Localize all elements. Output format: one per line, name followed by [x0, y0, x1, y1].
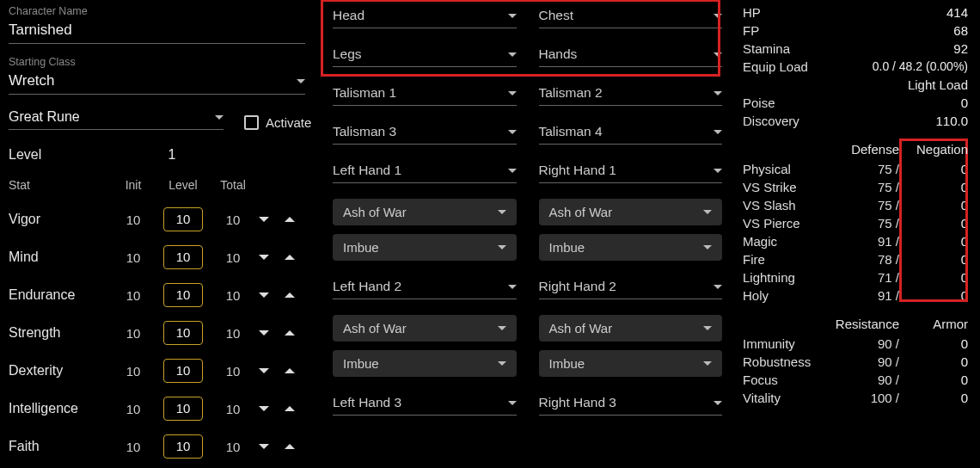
great-rune-select[interactable]: Great Rune	[9, 107, 224, 130]
starting-class-select[interactable]: Wretch	[9, 70, 305, 95]
checkbox-icon[interactable]	[244, 115, 259, 130]
stat-increase-button[interactable]	[280, 399, 299, 418]
rh2-ash-select[interactable]: Ash of War	[539, 315, 723, 342]
armor-legs-select[interactable]: Legs	[333, 44, 517, 67]
stat-level-input[interactable]: 10	[155, 359, 211, 383]
lh1-ash-select[interactable]: Ash of War	[333, 199, 517, 225]
lh2-imbue-select[interactable]: Imbue	[333, 350, 517, 377]
right-hand-1-select[interactable]: Right Hand 1	[539, 160, 723, 183]
armor-chest-select[interactable]: Chest	[539, 5, 723, 28]
left-hand-2-select[interactable]: Left Hand 2	[333, 276, 517, 299]
lh1-imbue-select[interactable]: Imbue	[333, 234, 517, 261]
stat-decrease-button[interactable]	[254, 286, 273, 305]
stat-name: Strength	[9, 325, 112, 341]
chevron-down-icon	[703, 210, 712, 214]
stat-increase-button[interactable]	[280, 286, 299, 305]
stat-name: Intelligence	[9, 401, 112, 416]
stat-increase-button[interactable]	[280, 437, 299, 456]
stat-decrease-button[interactable]	[254, 399, 273, 418]
stat-total: 10	[213, 250, 253, 265]
stat-level-input[interactable]: 10	[155, 434, 211, 459]
stat-total: 10	[213, 288, 253, 303]
stat-decrease-button[interactable]	[254, 361, 273, 380]
talisman-3-select[interactable]: Talisman 3	[333, 121, 517, 145]
level-label: Level	[9, 147, 41, 163]
character-name-field[interactable]: Character Name Tarnished	[9, 5, 305, 44]
stat-level-input[interactable]: 10	[155, 321, 211, 345]
defense-row: Holy91 /0	[743, 288, 968, 303]
stat-increase-button[interactable]	[280, 361, 299, 380]
stat-decrease-button[interactable]	[254, 248, 273, 267]
chevron-down-icon	[714, 169, 722, 173]
chevron-down-icon	[508, 130, 517, 134]
chevron-down-icon	[508, 91, 517, 95]
chevron-down-icon	[259, 444, 269, 449]
right-hand-3-select[interactable]: Right Hand 3	[539, 392, 723, 416]
chevron-down-icon	[508, 169, 517, 173]
chevron-down-icon	[259, 330, 269, 336]
stat-init: 10	[113, 364, 153, 379]
chevron-down-icon	[297, 79, 305, 83]
character-name-input[interactable]: Tarnished	[9, 19, 305, 44]
armor-head-select[interactable]: Head	[333, 5, 517, 28]
stat-increase-button[interactable]	[280, 210, 299, 229]
chevron-down-icon	[714, 285, 722, 289]
chevron-down-icon	[498, 326, 506, 330]
stat-name: Dexterity	[9, 363, 112, 379]
stat-decrease-button[interactable]	[254, 437, 273, 456]
load-status: Light Load	[743, 77, 968, 92]
stat-name: Mind	[9, 249, 112, 265]
chevron-down-icon	[508, 14, 517, 18]
stat-level-input[interactable]: 10	[155, 245, 211, 269]
defense-row: VS Slash75 /0	[743, 198, 968, 212]
chevron-down-icon	[259, 217, 269, 222]
stat-decrease-button[interactable]	[254, 210, 273, 229]
chevron-down-icon	[259, 292, 269, 298]
stat-name: Faith	[9, 439, 112, 454]
chevron-down-icon	[508, 52, 517, 57]
right-hand-2-select[interactable]: Right Hand 2	[539, 276, 723, 299]
left-hand-3-select[interactable]: Left Hand 3	[333, 392, 517, 416]
talisman-2-select[interactable]: Talisman 2	[539, 83, 723, 106]
chevron-down-icon	[498, 245, 506, 249]
stat-row-mind: Mind101010	[9, 245, 305, 269]
armor-hands-select[interactable]: Hands	[539, 44, 723, 67]
stat-level-input[interactable]: 10	[155, 283, 211, 307]
stat-decrease-button[interactable]	[254, 323, 273, 342]
stat-increase-button[interactable]	[280, 323, 299, 342]
left-hand-1-select[interactable]: Left Hand 1	[333, 160, 517, 183]
stat-increase-button[interactable]	[280, 248, 299, 267]
resist-row: Immunity90 /0	[743, 336, 968, 351]
stat-row-faith: Faith101010	[9, 434, 305, 459]
talisman-1-select[interactable]: Talisman 1	[333, 83, 517, 106]
stat-level-input[interactable]: 10	[155, 207, 211, 231]
stat-total: 10	[213, 326, 253, 341]
stat-row-intelligence: Intelligence101010	[9, 397, 305, 421]
fp-row: FP68	[743, 23, 968, 38]
stat-name: Endurance	[9, 287, 112, 303]
rh1-imbue-select[interactable]: Imbue	[539, 234, 723, 261]
starting-class-field[interactable]: Starting Class Wretch	[9, 56, 305, 95]
chevron-down-icon	[703, 326, 712, 330]
rh2-imbue-select[interactable]: Imbue	[539, 350, 723, 377]
stat-row-endurance: Endurance101010	[9, 283, 305, 307]
resist-row: Vitality100 /0	[743, 391, 968, 405]
chevron-up-icon	[285, 368, 295, 373]
stat-init: 10	[113, 212, 153, 227]
rh1-ash-select[interactable]: Ash of War	[539, 199, 723, 225]
defense-row: Fire78 /0	[743, 252, 968, 267]
defense-row: Physical75 /0	[743, 162, 968, 176]
defense-row: Lightning71 /0	[743, 270, 968, 285]
talisman-4-select[interactable]: Talisman 4	[539, 121, 723, 145]
chevron-down-icon	[215, 115, 224, 120]
stat-init: 10	[113, 440, 153, 454]
chevron-up-icon	[285, 217, 295, 222]
stat-level-input[interactable]: 10	[155, 397, 211, 421]
great-rune-field[interactable]: Great Rune	[9, 107, 224, 130]
discovery-row: Discovery110.0	[743, 114, 968, 128]
activate-checkbox[interactable]: Activate	[244, 115, 311, 130]
stat-init: 10	[113, 402, 153, 416]
stat-total: 10	[213, 212, 253, 227]
lh2-ash-select[interactable]: Ash of War	[333, 315, 517, 342]
chevron-up-icon	[285, 255, 295, 260]
